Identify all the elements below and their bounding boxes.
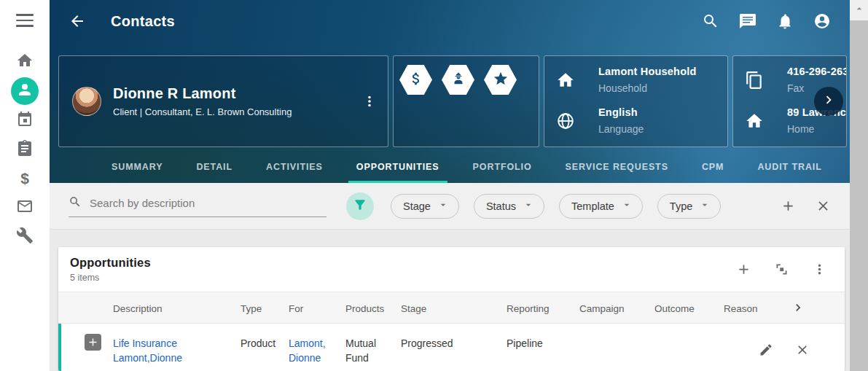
filter-button[interactable] bbox=[346, 192, 374, 220]
column-products[interactable]: Products bbox=[345, 292, 401, 323]
contact-tabs: SUMMARY DETAIL ACTIVITIES OPPORTUNITIES … bbox=[50, 153, 850, 183]
scrollbar-up-button[interactable] bbox=[850, 0, 868, 20]
expand-view-icon[interactable] bbox=[774, 262, 789, 277]
tab-activities[interactable]: ACTIVITIES bbox=[258, 153, 331, 183]
pages-icon bbox=[745, 71, 764, 90]
delete-icon[interactable] bbox=[795, 343, 810, 357]
contact-name: Dionne R Lamont bbox=[113, 85, 292, 102]
chat-icon[interactable] bbox=[739, 12, 756, 30]
more-options-icon[interactable] bbox=[361, 93, 378, 109]
chevron-down-icon bbox=[621, 199, 633, 213]
rail-nav: $ bbox=[10, 47, 39, 251]
page-title: Contacts bbox=[111, 13, 175, 30]
clear-filters-icon[interactable] bbox=[816, 198, 831, 214]
badge-occupation[interactable] bbox=[442, 65, 474, 95]
column-for[interactable]: For bbox=[289, 292, 345, 323]
cell-stage: Progressed bbox=[401, 324, 507, 365]
cell-products: Mutual Fund bbox=[345, 324, 401, 365]
edit-icon[interactable] bbox=[759, 343, 773, 357]
badges-card bbox=[393, 55, 539, 147]
account-icon[interactable] bbox=[813, 12, 831, 30]
triangle-up-icon bbox=[853, 3, 865, 17]
filter-chips: Stage Status Template Type bbox=[391, 194, 721, 219]
search-icon bbox=[69, 195, 82, 211]
contacts-icon bbox=[16, 81, 34, 101]
cell-for-link[interactable]: Lamont, Dionne bbox=[289, 324, 345, 365]
opportunities-header: Opportunities 5 items bbox=[58, 247, 845, 292]
notifications-icon[interactable] bbox=[776, 12, 794, 30]
column-reason[interactable]: Reason bbox=[724, 292, 787, 323]
vertical-scrollbar bbox=[850, 0, 868, 371]
language-label: Language bbox=[598, 123, 644, 135]
search-icon[interactable] bbox=[702, 12, 719, 30]
badge-money[interactable] bbox=[399, 65, 432, 95]
household-card: Lamont Household Household English Langu… bbox=[544, 55, 728, 147]
chevron-down-icon bbox=[523, 199, 534, 213]
chevron-down-icon bbox=[699, 199, 711, 213]
mail-icon bbox=[16, 198, 34, 218]
tab-cpm[interactable]: CPM bbox=[694, 153, 732, 183]
badge-star[interactable] bbox=[484, 65, 517, 95]
profile-card: Dionne R Lamont Client | Consultant, E. … bbox=[58, 55, 388, 147]
chip-template[interactable]: Template bbox=[559, 194, 643, 219]
household-entry: Lamont Household Household bbox=[544, 66, 727, 94]
scrollbar-thumb[interactable] bbox=[850, 20, 868, 371]
tab-summary[interactable]: SUMMARY bbox=[103, 153, 171, 183]
home-icon bbox=[745, 112, 764, 130]
column-type[interactable]: Type bbox=[241, 292, 289, 323]
language-value: English bbox=[598, 106, 644, 118]
tab-portfolio[interactable]: PORTFOLIO bbox=[465, 153, 540, 183]
more-options-icon[interactable] bbox=[812, 262, 827, 277]
search-input[interactable] bbox=[90, 197, 327, 209]
fax-number: 416-296-2636 bbox=[787, 66, 847, 77]
address-label: Home bbox=[787, 123, 847, 135]
chevron-right-icon bbox=[821, 92, 837, 111]
wrench-icon bbox=[16, 227, 34, 247]
add-opportunity-icon[interactable] bbox=[736, 262, 751, 277]
back-button[interactable] bbox=[69, 12, 86, 30]
column-description[interactable]: Description bbox=[113, 292, 241, 323]
app-bar: Contacts bbox=[50, 0, 850, 42]
left-rail: $ bbox=[0, 0, 50, 371]
chip-type[interactable]: Type bbox=[657, 194, 721, 219]
hero-banner: Contacts Dionne R Lamont Client | Consul… bbox=[50, 0, 850, 183]
sidebar-item-calendar[interactable] bbox=[10, 106, 39, 135]
dollar-icon bbox=[408, 71, 424, 90]
scroll-columns-right-icon[interactable] bbox=[791, 300, 805, 323]
sidebar-item-tasks[interactable] bbox=[10, 135, 39, 164]
tab-audit-trail[interactable]: AUDIT TRAIL bbox=[749, 153, 829, 183]
tab-service-requests[interactable]: SERVICE REQUESTS bbox=[558, 153, 676, 183]
cell-description-link[interactable]: Life Insurance Lamont,Dionne bbox=[113, 324, 241, 365]
sidebar-item-tools[interactable] bbox=[10, 222, 39, 251]
money-icon: $ bbox=[20, 170, 29, 187]
app-screen: $ Contacts bbox=[0, 0, 868, 371]
calendar-icon bbox=[16, 110, 34, 130]
table-row[interactable]: Life Insurance Lamont,Dionne Product Lam… bbox=[58, 324, 845, 371]
menu-icon[interactable] bbox=[16, 14, 34, 27]
tab-detail[interactable]: DETAIL bbox=[188, 153, 241, 183]
list-actions bbox=[736, 262, 827, 277]
tab-opportunities[interactable]: OPPORTUNITIES bbox=[348, 153, 447, 183]
add-filter-icon[interactable] bbox=[781, 198, 796, 214]
list-title: Opportunities bbox=[70, 256, 151, 270]
contact-info-card: 416-296-2636 Fax 89 Lawrence Av Home bbox=[732, 55, 847, 147]
sidebar-item-mail[interactable] bbox=[10, 193, 39, 222]
sidebar-item-contacts[interactable] bbox=[11, 77, 39, 105]
column-reporting[interactable]: Reporting bbox=[507, 292, 579, 323]
sidebar-item-home[interactable] bbox=[10, 47, 39, 77]
language-entry: English Language bbox=[544, 106, 727, 135]
home-icon bbox=[16, 52, 34, 72]
column-campaign[interactable]: Campaign bbox=[579, 292, 654, 323]
opportunity-type-badge-icon[interactable] bbox=[85, 334, 101, 351]
sidebar-item-money[interactable]: $ bbox=[10, 164, 39, 193]
column-outcome[interactable]: Outcome bbox=[654, 292, 724, 323]
opportunities-card: Opportunities 5 items Description Type F… bbox=[58, 247, 845, 371]
column-stage[interactable]: Stage bbox=[401, 292, 507, 323]
chip-stage[interactable]: Stage bbox=[391, 194, 459, 219]
search-field bbox=[69, 195, 327, 217]
star-icon bbox=[493, 71, 509, 90]
chip-status[interactable]: Status bbox=[474, 194, 544, 219]
carousel-next-button[interactable] bbox=[814, 87, 843, 116]
profile-text: Dionne R Lamont Client | Consultant, E. … bbox=[113, 85, 292, 117]
cell-reporting: Pipeline bbox=[507, 324, 579, 365]
